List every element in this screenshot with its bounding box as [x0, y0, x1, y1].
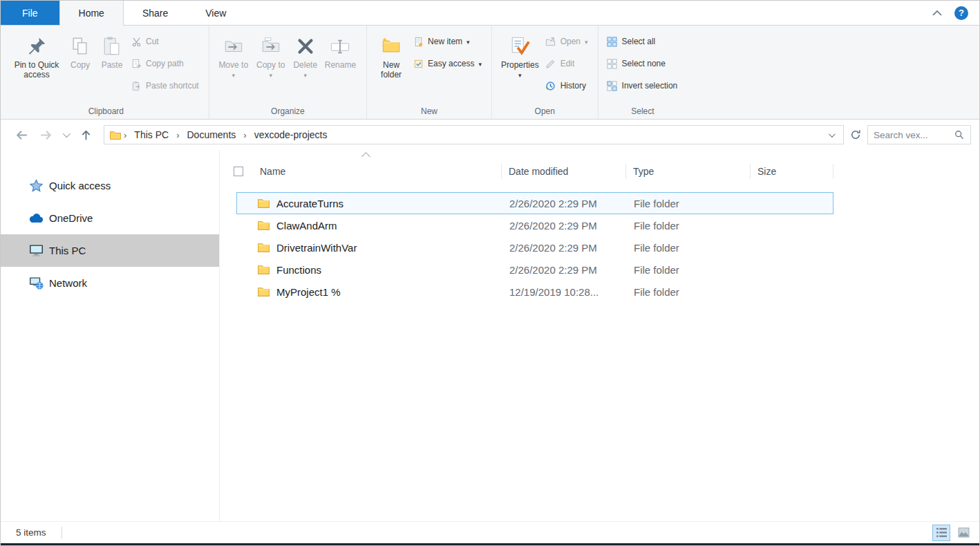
- rename-button[interactable]: Rename: [321, 26, 359, 70]
- file-row-functions[interactable]: Functions 2/26/2020 2:29 PM File folder: [236, 258, 833, 281]
- sidebar-item-onedrive[interactable]: OneDrive: [1, 202, 219, 234]
- tab-share[interactable]: Share: [124, 1, 187, 25]
- large-icons-view-button[interactable]: [954, 525, 972, 541]
- edit-pencil-icon: [545, 58, 556, 69]
- file-name: DrivetrainWithVar: [276, 242, 357, 254]
- pin-to-quick-access-button[interactable]: Pin to Quick access: [9, 26, 64, 79]
- file-row-drivetrainwithvar[interactable]: DrivetrainWithVar 2/26/2020 2:29 PM File…: [236, 236, 833, 258]
- dropdown-caret-icon: [467, 37, 470, 46]
- address-folder-icon: [110, 129, 121, 140]
- folder-icon: [258, 220, 270, 231]
- file-list-pane: Name Date modified Type Size: [220, 150, 979, 521]
- ribbon-group-organize: Move to Copy to Delete Rename: [209, 26, 367, 119]
- copy-button[interactable]: Copy: [64, 26, 96, 70]
- status-bar: 5 items: [1, 521, 979, 543]
- file-row-clawandarm[interactable]: ClawAndArm 2/26/2020 2:29 PM File folder: [236, 214, 833, 236]
- search-box: [867, 125, 971, 144]
- tab-file[interactable]: File: [1, 1, 59, 25]
- copy-path-icon: [131, 58, 142, 69]
- select-none-button[interactable]: Select none: [604, 56, 681, 71]
- invert-selection-button[interactable]: Invert selection: [604, 78, 681, 93]
- sidebar-item-label: Quick access: [49, 180, 111, 191]
- new-item-button[interactable]: New item: [410, 34, 484, 49]
- address-dropdown-chevron-icon[interactable]: [829, 131, 836, 138]
- address-bar[interactable]: This PC Documents vexcode-projects: [104, 125, 844, 144]
- select-all-checkbox[interactable]: [234, 167, 243, 176]
- easy-access-button[interactable]: Easy access: [410, 56, 484, 71]
- file-type: File folder: [627, 286, 751, 298]
- file-date: 2/26/2020 2:29 PM: [502, 264, 627, 276]
- sidebar-item-network[interactable]: Network: [1, 267, 219, 299]
- delete-x-icon: [294, 35, 317, 57]
- copy-path-button[interactable]: Copy path: [128, 56, 202, 71]
- file-row-myproject1[interactable]: MyProject1 % 12/19/2019 10:28... File fo…: [236, 281, 833, 303]
- tab-view[interactable]: View: [187, 1, 245, 25]
- delete-button[interactable]: Delete: [290, 26, 321, 79]
- back-button[interactable]: [15, 128, 29, 142]
- file-type: File folder: [627, 220, 751, 232]
- history-clock-icon: [545, 80, 556, 91]
- ribbon-group-select: Select all Select none Invert selection …: [599, 26, 688, 119]
- ribbon-tab-bar: File Home Share View: [1, 1, 979, 26]
- new-small-buttons: New item Easy access: [410, 26, 484, 78]
- file-name: Functions: [276, 264, 321, 276]
- search-input[interactable]: [874, 130, 950, 140]
- window-bottom-edge: [1, 543, 979, 545]
- copy-to-button[interactable]: Copy to: [252, 26, 290, 80]
- details-view-button[interactable]: [932, 525, 950, 541]
- breadcrumb-separator-icon: [123, 130, 127, 140]
- easy-access-icon: [413, 58, 424, 69]
- refresh-button[interactable]: [846, 129, 865, 140]
- group-label-select: Select: [599, 106, 688, 116]
- column-header-size[interactable]: Size: [751, 158, 833, 185]
- move-to-button[interactable]: Move to: [215, 26, 252, 80]
- sidebar-item-this-pc[interactable]: This PC: [1, 234, 219, 267]
- pin-icon: [26, 35, 48, 57]
- properties-button[interactable]: Properties: [498, 26, 543, 79]
- file-name: MyProject1 %: [276, 286, 341, 298]
- select-all-button[interactable]: Select all: [604, 34, 681, 49]
- file-name: AccurateTurns: [276, 198, 343, 209]
- help-icon[interactable]: [954, 6, 968, 20]
- open-button[interactable]: Open: [543, 34, 591, 49]
- cut-button[interactable]: Cut: [128, 34, 202, 49]
- up-button[interactable]: [79, 129, 93, 142]
- column-header-label: Size: [757, 166, 776, 177]
- search-icon[interactable]: [954, 129, 965, 140]
- breadcrumb-this-pc[interactable]: This PC: [129, 129, 173, 140]
- file-row-accurateturns[interactable]: AccurateTurns 2/26/2020 2:29 PM File fol…: [236, 192, 833, 214]
- dropdown-caret-icon: [518, 70, 522, 79]
- new-folder-button[interactable]: New folder: [373, 26, 410, 79]
- column-header-name[interactable]: Name: [220, 158, 502, 185]
- paste-button[interactable]: Paste: [96, 26, 128, 70]
- history-button[interactable]: History: [543, 78, 591, 93]
- forward-button[interactable]: [39, 128, 53, 142]
- file-date: 2/26/2020 2:29 PM: [502, 198, 627, 209]
- tab-home[interactable]: Home: [59, 1, 124, 26]
- move-to-icon: [223, 35, 245, 57]
- select-small-buttons: Select all Select none Invert selection: [604, 26, 681, 100]
- sidebar-item-quick-access[interactable]: Quick access: [1, 169, 219, 202]
- dropdown-caret-icon: [269, 70, 272, 80]
- folder-icon: [258, 287, 270, 297]
- file-date: 12/19/2019 10:28...: [502, 286, 627, 298]
- breadcrumb-vexcode-projects[interactable]: vexcode-projects: [249, 129, 332, 140]
- copy-to-icon: [260, 35, 282, 57]
- network-icon: [28, 276, 44, 290]
- file-name: ClawAndArm: [276, 220, 337, 232]
- column-header-date-modified[interactable]: Date modified: [502, 158, 626, 185]
- recent-locations-chevron-icon[interactable]: [63, 130, 70, 138]
- items-count: 5 items: [16, 527, 46, 538]
- scissors-icon: [131, 36, 142, 47]
- folder-icon: [258, 265, 270, 275]
- paste-shortcut-button[interactable]: Paste shortcut: [128, 78, 202, 93]
- onedrive-cloud-icon: [28, 211, 44, 225]
- clipboard-small-buttons: Cut Copy path Paste shortcut: [128, 26, 202, 100]
- edit-button[interactable]: Edit: [543, 56, 591, 71]
- column-header-type[interactable]: Type: [626, 158, 751, 185]
- breadcrumb-documents[interactable]: Documents: [182, 129, 241, 140]
- select-none-icon: [607, 58, 618, 69]
- collapse-ribbon-icon[interactable]: [932, 10, 942, 16]
- open-folder-icon: [545, 36, 556, 47]
- properties-icon: [509, 35, 531, 57]
